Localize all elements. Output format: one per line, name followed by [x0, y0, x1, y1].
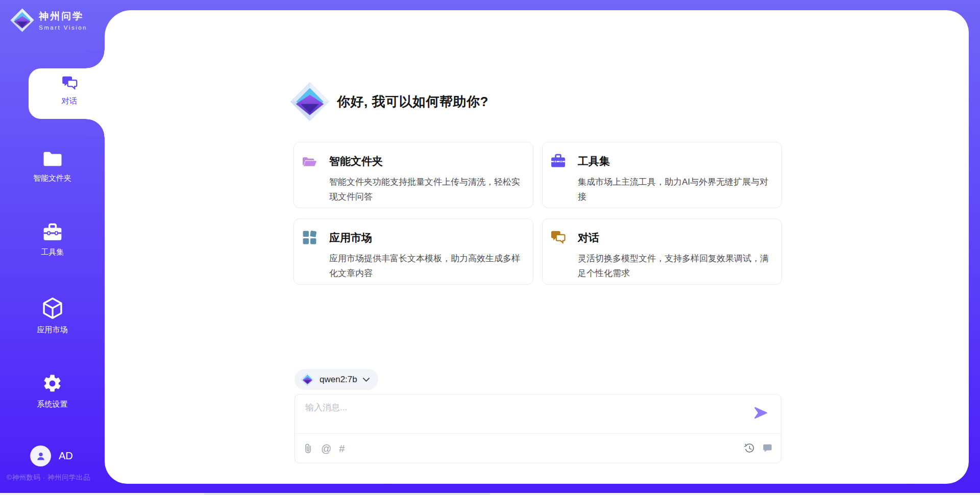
card-toolset[interactable]: 工具集 集成市场上主流工具，助力AI与外界无缝扩展与对接	[542, 142, 782, 208]
user-initials: AD	[59, 450, 73, 462]
card-description: 智能文件夹功能支持批量文件上传与清洗，轻松实现文件问答	[329, 175, 522, 204]
sidebar-item-settings[interactable]: 系统设置	[0, 373, 105, 409]
card-app-market[interactable]: 应用市场 应用市场提供丰富长文本模板，助力高效生成多样化文章内容	[293, 218, 533, 285]
folder-open-icon	[302, 153, 317, 169]
card-description: 灵活切换多模型文件，支持多样回复效果调试，满足个性化需求	[578, 251, 770, 281]
sidebar-item-app-market[interactable]: 应用市场	[0, 297, 105, 335]
composer-toolbar-right	[744, 443, 773, 454]
paperclip-icon[interactable]	[303, 443, 313, 454]
sidebar-item-label: 系统设置	[37, 400, 68, 409]
card-head: 工具集	[550, 153, 770, 169]
at-icon[interactable]: @	[321, 443, 331, 454]
card-description: 应用市场提供丰富长文本模板，助力高效生成多样化文章内容	[329, 251, 522, 281]
brand: 神州问学 Smart Vision	[10, 8, 87, 32]
card-title: 应用市场	[329, 231, 372, 245]
card-head: 智能文件夹	[302, 153, 522, 169]
message-input-box: @ #	[295, 394, 781, 463]
gear-icon	[42, 373, 63, 394]
message-textarea[interactable]	[305, 402, 744, 429]
app-background: 神州问学 Smart Vision 对话 智能文件夹	[0, 0, 980, 495]
card-chat[interactable]: 对话 灵活切换多模型文件，支持多样回复效果调试，满足个性化需求	[542, 218, 782, 285]
briefcase-icon	[42, 223, 63, 242]
brand-logo-icon	[10, 8, 34, 32]
cube-icon	[42, 297, 63, 319]
tab-top-fillet	[86, 50, 105, 68]
card-description: 集成市场上主流工具，助力AI与外界无缝扩展与对接	[578, 175, 770, 204]
greeting: 你好, 我可以如何帮助你?	[290, 82, 488, 121]
composer-toolbar-left: @ #	[303, 443, 345, 454]
sidebar-item-label: 对话	[62, 96, 78, 107]
card-head: 对话	[550, 230, 770, 245]
hash-icon[interactable]: #	[339, 443, 345, 454]
brand-subtitle: Smart Vision	[39, 24, 87, 31]
sidebar: 神州问学 Smart Vision 对话 智能文件夹	[0, 0, 105, 495]
copyright-text: ©神州数码 · 神州问学出品	[7, 473, 90, 482]
person-icon	[35, 450, 47, 462]
user-profile[interactable]: AD	[30, 445, 73, 466]
chat-bubble-icon[interactable]	[762, 443, 773, 454]
card-title: 对话	[578, 231, 599, 245]
model-selector[interactable]: qwen2:7b	[295, 369, 378, 390]
horizontal-scrollbar[interactable]	[0, 493, 980, 495]
sidebar-item-smart-folder[interactable]: 智能文件夹	[0, 151, 105, 183]
brand-text: 神州问学 Smart Vision	[39, 10, 87, 31]
sidebar-item-label: 智能文件夹	[33, 174, 71, 183]
history-icon[interactable]	[744, 443, 755, 454]
greeting-logo-icon	[290, 82, 330, 121]
avatar[interactable]	[30, 445, 51, 466]
model-logo-icon	[301, 373, 314, 386]
sidebar-item-chat-inner[interactable]: 对话	[46, 76, 93, 107]
horizontal-scrollbar-thumb[interactable]	[204, 493, 490, 495]
feature-cards: 智能文件夹 智能文件夹功能支持批量文件上传与清洗，轻松实现文件问答	[293, 142, 782, 285]
model-name: qwen2:7b	[320, 375, 357, 385]
briefcase-icon	[550, 153, 566, 169]
chat-bubbles-icon	[61, 76, 78, 91]
sidebar-item-label: 工具集	[41, 247, 64, 257]
card-head: 应用市场	[302, 230, 522, 245]
send-icon[interactable]	[753, 406, 768, 420]
tab-bottom-fillet	[86, 119, 105, 137]
card-title: 工具集	[578, 154, 610, 168]
chat-bubbles-icon	[550, 230, 566, 245]
chevron-down-icon	[362, 377, 370, 382]
sidebar-item-label: 应用市场	[37, 325, 68, 335]
brand-name: 神州问学	[39, 10, 87, 23]
card-smart-folder[interactable]: 智能文件夹 智能文件夹功能支持批量文件上传与清洗，轻松实现文件问答	[293, 142, 533, 208]
sidebar-item-toolset[interactable]: 工具集	[0, 223, 105, 257]
main-panel: 你好, 我可以如何帮助你? 智能文件夹 智能文件夹功能支持批量文件上传与清洗，轻…	[105, 10, 969, 484]
sidebar-item-chat[interactable]: 对话	[29, 68, 110, 119]
folder-icon	[42, 151, 63, 168]
grid-icon	[302, 230, 317, 245]
card-title: 智能文件夹	[329, 154, 383, 168]
composer-toolbar: @ #	[303, 434, 773, 463]
greeting-title: 你好, 我可以如何帮助你?	[337, 93, 488, 111]
